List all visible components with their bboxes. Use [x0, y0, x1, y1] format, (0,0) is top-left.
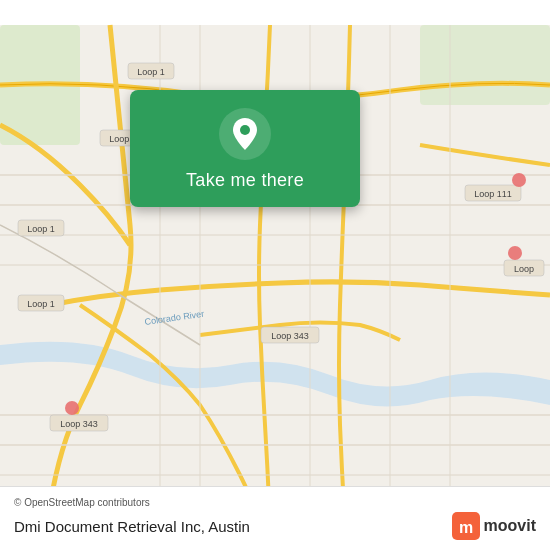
location-card: Take me there	[130, 90, 360, 207]
svg-text:Loop 1: Loop 1	[137, 67, 165, 77]
svg-text:Loop 1: Loop 1	[27, 299, 55, 309]
location-pin-icon	[219, 108, 271, 160]
moovit-icon: m	[452, 512, 480, 540]
svg-text:Loop 1: Loop 1	[27, 224, 55, 234]
location-name: Dmi Document Retrieval Inc, Austin	[14, 518, 250, 535]
take-me-there-button[interactable]: Take me there	[186, 170, 304, 191]
svg-point-34	[512, 173, 526, 187]
svg-point-33	[508, 246, 522, 260]
svg-point-32	[65, 401, 79, 415]
map-container: Loop 1 Loop 1 Loop 1 Loop 1 Loop 111 Loo…	[0, 0, 550, 550]
bottom-bar: © OpenStreetMap contributors Dmi Documen…	[0, 486, 550, 550]
svg-text:m: m	[458, 519, 472, 536]
svg-text:Loop: Loop	[514, 264, 534, 274]
moovit-logo: m moovit	[452, 512, 536, 540]
location-info: Dmi Document Retrieval Inc, Austin m moo…	[14, 512, 536, 540]
svg-point-36	[240, 125, 250, 135]
copyright-text: © OpenStreetMap contributors	[14, 497, 536, 508]
svg-text:Loop 343: Loop 343	[271, 331, 309, 341]
svg-rect-2	[420, 25, 550, 105]
moovit-text: moovit	[484, 517, 536, 535]
svg-text:Loop 111: Loop 111	[474, 189, 512, 199]
svg-text:Loop 343: Loop 343	[60, 419, 98, 429]
